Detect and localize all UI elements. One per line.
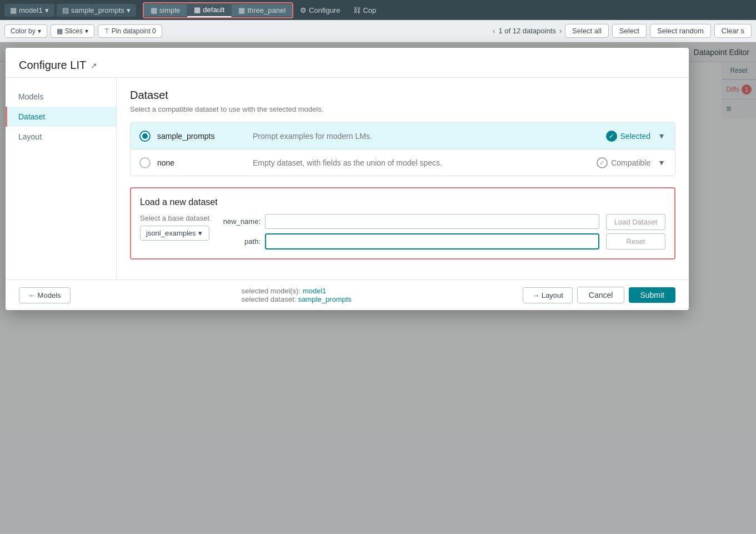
modal-title: Configure LIT — [19, 59, 86, 72]
clear-button[interactable]: Clear s — [714, 24, 752, 38]
reset-dataset-button[interactable]: Reset — [606, 233, 665, 249]
radio-sample-prompts[interactable] — [139, 131, 151, 142]
dataset-name-none: none — [157, 158, 246, 167]
dataset-status-sample-prompts: ✓ Selected — [606, 131, 650, 142]
load-dataset-fields: new_name: path: — [216, 214, 599, 249]
sidebar-item-models[interactable]: Models — [6, 87, 116, 107]
model-chevron-icon: ▾ — [45, 6, 49, 14]
selected-dataset-label: selected dataset: — [242, 295, 296, 303]
prev-datapoint-button[interactable]: ‹ — [493, 27, 495, 35]
main-area: ⤡ ⤢ Datapoint Editor Reset Diffs 1 ≡ Con… — [0, 42, 756, 534]
back-to-models-button[interactable]: ← Models — [19, 287, 71, 303]
datapoint-counter: 1 of 12 datapoints — [498, 27, 555, 35]
dataset-name: sample_prompts — [71, 6, 124, 14]
load-dataset-form: Select a base dataset jsonl_examples ▾ n… — [140, 214, 665, 249]
default-tab-label: default — [203, 6, 224, 14]
load-dataset-actions: Load Dataset Reset — [606, 214, 665, 249]
main-toolbar: Color by ▾ ▦ Slices ▾ ⊤ Pin datapoint 0 … — [0, 20, 756, 42]
configure-label: Configure — [309, 6, 340, 14]
footer-info: selected model(s): model1 selected datas… — [242, 287, 352, 303]
selected-checkmark-icon: ✓ — [606, 131, 617, 142]
load-dataset-left: Select a base dataset jsonl_examples ▾ — [140, 214, 209, 241]
sidebar-item-dataset-label: Dataset — [18, 112, 45, 121]
sidebar-item-layout[interactable]: Layout — [6, 127, 116, 147]
simple-tab-icon: ▦ — [151, 6, 157, 14]
modal-footer: ← Models selected model(s): model1 selec… — [6, 280, 689, 310]
dataset-status-label-sample-prompts: Selected — [620, 132, 650, 141]
copy-label: Cop — [363, 6, 376, 14]
pin-icon: ⊤ — [104, 27, 109, 35]
color-by-label: Color by — [11, 27, 36, 35]
select-label: Select — [619, 27, 639, 35]
layout-tabs: ▦ simple ▦ default ▦ three_panel — [143, 2, 293, 18]
dataset-row-none[interactable]: none Empty dataset, with fields as the u… — [131, 149, 675, 176]
select-all-button[interactable]: Select all — [565, 24, 609, 38]
path-field-row: path: — [216, 233, 599, 249]
sidebar-item-models-label: Models — [18, 92, 43, 101]
select-random-button[interactable]: Select random — [650, 24, 711, 38]
modal-header: Configure LIT ↗ — [6, 48, 689, 78]
next-to-layout-button[interactable]: → Layout — [523, 287, 573, 303]
configure-modal: Configure LIT ↗ Models Dataset Layout — [6, 48, 689, 310]
color-by-button[interactable]: Color by ▾ — [4, 24, 47, 38]
slices-chevron-icon: ▾ — [85, 27, 88, 35]
slices-label: Slices — [65, 27, 83, 35]
base-dataset-dropdown[interactable]: jsonl_examples ▾ — [140, 226, 209, 241]
dataset-status-none: ✓ Compatible — [597, 157, 650, 168]
dropdown-arrow-icon: ▾ — [198, 229, 202, 237]
compatible-checkmark-icon: ✓ — [597, 157, 608, 168]
dataset-selector-button[interactable]: ▤ sample_prompts ▾ — [57, 4, 136, 17]
content-subtitle: Select a compatible dataset to use with … — [130, 105, 675, 113]
modal-content: Dataset Select a compatible dataset to u… — [117, 78, 689, 280]
cancel-button[interactable]: Cancel — [577, 287, 625, 303]
dataset-icon: ▤ — [62, 6, 69, 14]
path-input[interactable] — [265, 233, 599, 249]
clear-label: Clear s — [722, 27, 744, 35]
dataset-chevron-icon: ▾ — [127, 6, 131, 14]
content-title: Dataset — [130, 89, 675, 102]
top-bar: ▦ model1 ▾ ▤ sample_prompts ▾ ▦ simple ▦… — [0, 0, 756, 20]
dataset-list: sample_prompts Prompt examples for moder… — [130, 122, 675, 176]
new-name-label: new_name: — [216, 217, 261, 226]
three-panel-tab-label: three_panel — [247, 6, 286, 14]
sidebar-item-layout-label: Layout — [18, 132, 42, 141]
load-dataset-button[interactable]: Load Dataset — [606, 214, 665, 230]
new-name-input[interactable] — [265, 214, 599, 229]
copy-icon: ⛓ — [353, 6, 361, 14]
next-datapoint-button[interactable]: › — [559, 27, 562, 35]
slices-button[interactable]: ▦ Slices ▾ — [51, 24, 94, 38]
base-dataset-label: Select a base dataset — [140, 214, 209, 222]
color-by-chevron-icon: ▾ — [38, 27, 41, 35]
default-tab-icon: ▦ — [194, 6, 201, 14]
dataset-desc-none: Empty dataset, with fields as the union … — [253, 158, 590, 167]
path-label: path: — [216, 237, 261, 246]
copy-button[interactable]: ⛓ Cop — [349, 4, 380, 17]
select-random-label: Select random — [657, 27, 704, 35]
selected-models-label: selected model(s): — [242, 287, 301, 295]
tab-three-panel[interactable]: ▦ three_panel — [232, 4, 292, 17]
dataset-expand-none[interactable]: ▾ — [657, 156, 666, 169]
submit-button[interactable]: Submit — [629, 287, 675, 303]
external-link-icon[interactable]: ↗ — [91, 61, 97, 70]
model-name: model1 — [19, 6, 43, 14]
tab-default[interactable]: ▦ default — [187, 3, 232, 17]
dataset-name-sample-prompts: sample_prompts — [157, 132, 246, 141]
modal-overlay: Configure LIT ↗ Models Dataset Layout — [0, 42, 756, 534]
model-selector-button[interactable]: ▦ model1 ▾ — [4, 4, 54, 17]
selected-dataset-link[interactable]: sample_prompts — [298, 295, 352, 303]
radio-none[interactable] — [139, 157, 151, 168]
sidebar-item-dataset[interactable]: Dataset — [6, 107, 116, 127]
new-name-field-row: new_name: — [216, 214, 599, 229]
dataset-expand-sample-prompts[interactable]: ▾ — [657, 129, 666, 142]
selected-models-link[interactable]: model1 — [303, 287, 327, 295]
top-bar-left: ▦ model1 ▾ ▤ sample_prompts ▾ ▦ simple ▦… — [4, 2, 293, 18]
select-button[interactable]: Select — [612, 24, 647, 38]
footer-actions: → Layout Cancel Submit — [523, 287, 675, 303]
tab-simple[interactable]: ▦ simple — [144, 4, 188, 17]
dataset-row-sample-prompts[interactable]: sample_prompts Prompt examples for moder… — [131, 123, 675, 149]
configure-button[interactable]: ⚙ Configure — [296, 4, 344, 17]
three-panel-tab-icon: ▦ — [238, 6, 245, 14]
base-dataset-value: jsonl_examples — [146, 229, 196, 237]
pin-button[interactable]: ⊤ Pin datapoint 0 — [98, 24, 162, 38]
footer-nav: ← Models — [19, 287, 71, 303]
